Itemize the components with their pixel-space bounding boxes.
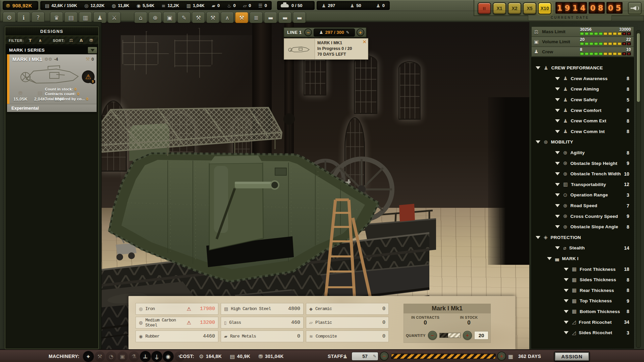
sort-cost-button[interactable]: ⛃ — [88, 37, 95, 44]
stat-value: 8 — [627, 76, 629, 81]
count-value: 0 — [74, 87, 76, 91]
quantity-slider[interactable] — [439, 333, 461, 338]
cost-value: 301,04K — [265, 354, 284, 359]
machine-icon: ⚒ — [97, 353, 102, 360]
staff-input[interactable]: 57 ✎ — [352, 352, 378, 361]
design-card-mark-i-mk1[interactable]: MARK I MK1 ⚙⚙ -4 ⚒ 0 ⚠ 9 — [7, 54, 97, 104]
sort-alpha-button[interactable]: A — [77, 37, 85, 44]
staff-label: STAFF: — [328, 350, 345, 362]
filter-type-button[interactable]: T — [26, 37, 34, 44]
stat-label: Operation Range — [571, 192, 608, 197]
cost-item: ▤ 40,9K — [230, 353, 250, 360]
toolbar-button[interactable]: ▣ — [163, 12, 176, 23]
stat-label: Bottom Thickness — [580, 309, 620, 314]
product-panel: Mark I Mk1 IN CONTRACTS 0 IN STOCK 0 QUA… — [404, 304, 491, 343]
material-value: 0 — [382, 306, 385, 312]
resource-value: 0 — [217, 3, 220, 8]
toolbar-button[interactable]: ⚔ — [108, 12, 121, 23]
stats-scrollbar[interactable] — [636, 30, 641, 348]
tank-count-value: 0 / 50 — [291, 3, 303, 8]
staff-plus-button[interactable]: + — [497, 352, 506, 361]
sort-weight-button[interactable]: ⚖ — [67, 37, 75, 44]
toolbar-button[interactable]: ▬ — [278, 12, 291, 23]
order-close-button[interactable]: ✕ — [362, 39, 367, 45]
led-segment — [608, 52, 612, 55]
scrollbar-thumb[interactable] — [637, 33, 640, 102]
stat-value: 8 — [627, 309, 629, 314]
toolbar-button[interactable]: ✎ — [177, 12, 191, 23]
collapse-triangle-icon — [555, 119, 560, 122]
worker-icon: ♟ — [319, 30, 323, 35]
staff-slider[interactable] — [391, 354, 496, 359]
collapse-triangle-icon — [555, 204, 560, 207]
count-label: Count in stock: — [45, 87, 73, 91]
machine-button[interactable]: ⚗ — [129, 351, 139, 362]
materials-column-1: ◎ Iron ⚠ 17980 ◍ Medium Carbon Steel ⚠ 1… — [136, 303, 218, 345]
collapse-triangle-icon — [536, 236, 540, 239]
notifications-button[interactable] — [628, 2, 642, 14]
toolbar-button[interactable]: ⊕ — [149, 12, 162, 23]
stat-value: 5 — [627, 97, 629, 103]
collapse-triangle-icon — [555, 130, 560, 133]
line-staff-plus-button[interactable]: + — [357, 28, 364, 36]
toolbar-icon: ▤ — [68, 14, 73, 21]
line-staff-minus-button[interactable]: – — [304, 28, 312, 36]
material-icon: ▱ — [309, 320, 313, 325]
machine-button[interactable]: ◉ — [163, 351, 173, 362]
toolbar-button[interactable]: ⌂ — [134, 12, 147, 23]
stat-row: ♟ CREW PERFORMANCE — [532, 63, 634, 73]
toolbar-button[interactable]: ⚒ — [206, 12, 219, 23]
resource-value: 0 — [265, 3, 267, 8]
machine-button[interactable]: ⍊ — [152, 351, 162, 362]
material-value: 13200 — [200, 320, 215, 325]
quantity-value[interactable]: 20 — [474, 331, 488, 340]
edit-icon: ✎ — [373, 354, 376, 359]
limit-row: ⚖ Mass Limit 30256 33000 — [531, 26, 634, 37]
speed-x1-button[interactable]: X1 — [493, 2, 506, 14]
machine-button[interactable]: ◔ — [106, 351, 116, 362]
edit-icon[interactable]: ✎ — [346, 30, 350, 35]
resource-item: ◉ 5,54K — [137, 3, 154, 8]
pause-button[interactable]: II — [478, 2, 491, 14]
stat-value: 8 — [627, 108, 629, 113]
toolbar-button[interactable]: ⚒ — [192, 12, 205, 23]
toolbar-button[interactable]: ▬ — [293, 12, 306, 23]
machine-button[interactable]: ⚒ — [95, 351, 105, 362]
toolbar-icon: ▥ — [83, 14, 88, 21]
machine-button[interactable]: ▣ — [117, 351, 128, 362]
stat-icon: ◿ — [572, 330, 576, 336]
assign-button[interactable]: ASSIGN — [554, 352, 590, 361]
personnel-value: 297 — [328, 3, 335, 8]
series-collapse-button[interactable] — [88, 47, 97, 53]
toolbar-icon: ⌂ — [139, 14, 143, 21]
game-root: ⛃ 908,92K ▤ 42,6K / 150K ◎ 12,02K ◍ 11,8… — [0, 0, 644, 362]
staff-minus-button[interactable]: – — [380, 352, 389, 361]
speed-x10-button[interactable]: X10 — [538, 2, 551, 14]
stat-value: 10 — [624, 171, 629, 177]
collapse-triangle-icon — [564, 289, 569, 292]
material-icon: ▯ — [224, 320, 226, 325]
quantity-plus-button[interactable]: + — [463, 331, 472, 340]
stat-value: 8 — [627, 277, 629, 283]
stat-value: 9 — [627, 161, 629, 166]
toolbar-button[interactable]: ⚒ — [235, 12, 248, 23]
filter-compass-button[interactable]: ∧ — [37, 37, 44, 44]
machine-button[interactable]: ⊥ — [140, 351, 151, 362]
toolbar-button[interactable]: ▬ — [264, 12, 277, 23]
material-name: Medium Carbon Steel — [145, 318, 186, 328]
quantity-minus-button[interactable]: – — [428, 331, 437, 340]
resource-icon: ☰ — [258, 3, 263, 8]
toolbar-button[interactable]: ∧ — [221, 12, 234, 23]
toolbar-button[interactable]: ≣ — [250, 12, 263, 23]
speed-x5-button[interactable]: X5 — [523, 2, 536, 14]
series-header[interactable]: MARK I SERIES — [5, 46, 98, 54]
warning-badge[interactable]: ⚠ 9 — [82, 70, 95, 83]
stat-icon: ▦ — [572, 277, 577, 283]
stat-row: ⊛ Obstacle Slope Angle 8 — [532, 222, 634, 232]
design-counts: Count in stock:0 Contracts count:0 Total… — [45, 87, 95, 102]
machine-button[interactable]: ⌖ — [83, 351, 94, 362]
stat-value: 3 — [627, 192, 629, 198]
production-order-card: MARK I MK1 In Progress 0 / 20 70 DAYS LE… — [284, 38, 368, 60]
collapse-triangle-icon — [555, 87, 560, 90]
speed-x2-button[interactable]: X2 — [508, 2, 521, 14]
